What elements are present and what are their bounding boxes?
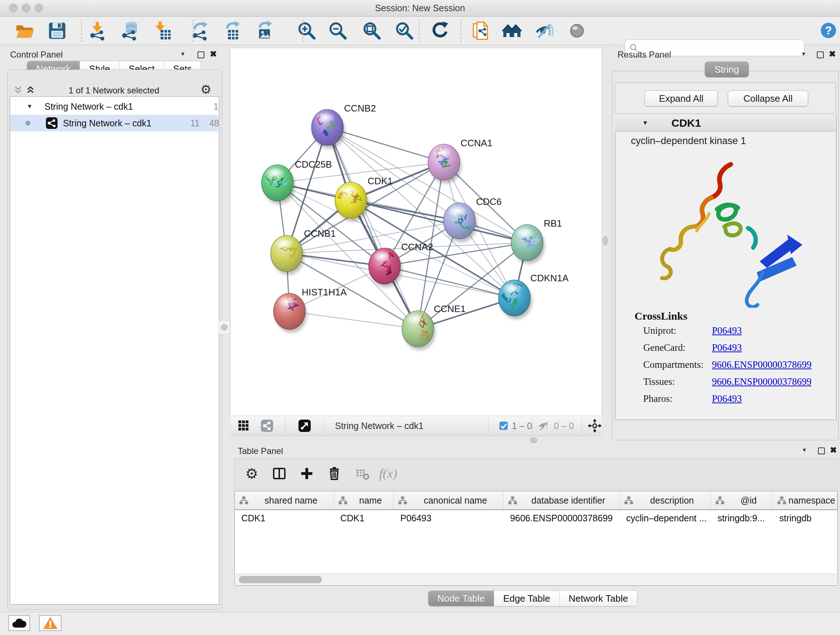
share-view-icon[interactable] — [260, 418, 274, 433]
column-header-namespace[interactable]: namespace — [773, 491, 837, 509]
network-node-CCNA1[interactable] — [428, 144, 462, 184]
table-cell[interactable]: CDK1 — [334, 510, 394, 526]
network-node-CCNB2[interactable] — [311, 109, 345, 149]
protein-card-header[interactable]: ▼ CDK1 — [615, 115, 836, 131]
delete-table-icon[interactable] — [355, 466, 370, 481]
refresh-icon[interactable] — [430, 21, 450, 41]
column-header-name[interactable]: name — [334, 491, 394, 509]
export-image-icon[interactable] — [254, 21, 274, 41]
table-panel-float-icon[interactable] — [818, 448, 825, 454]
network-node-CDC6[interactable] — [444, 203, 477, 242]
houses-icon[interactable] — [502, 21, 522, 41]
tab-network-table[interactable]: Network Table — [559, 591, 637, 606]
import-table-icon[interactable] — [152, 21, 172, 41]
control-panel-close-icon[interactable]: ✖ — [210, 50, 217, 58]
table-cell[interactable]: 9606.ENSP00000378699 — [504, 510, 620, 526]
network-node-CDK1[interactable] — [331, 182, 369, 222]
column-header-label: database identifier — [517, 495, 619, 506]
control-panel-collapse-icon[interactable]: ▼ — [180, 51, 186, 57]
protein-collapse-icon[interactable]: ▼ — [642, 115, 648, 131]
function-builder-icon[interactable]: f(x) — [379, 466, 397, 481]
results-panel-close-icon[interactable]: ✖ — [829, 50, 836, 58]
scrollbar-thumb[interactable] — [239, 576, 322, 583]
table-panel-close-icon[interactable]: ✖ — [830, 446, 837, 454]
add-column-icon[interactable] — [300, 466, 314, 481]
grid-view-icon[interactable] — [237, 418, 252, 433]
move-crosshair-icon[interactable] — [588, 419, 602, 432]
zoom-out-icon[interactable] — [328, 21, 348, 41]
import-network-icon[interactable] — [88, 21, 108, 41]
network-node-CDKN1A[interactable] — [499, 280, 532, 319]
show-columns-icon[interactable] — [272, 466, 286, 481]
network-node-CCNA2[interactable] — [369, 248, 402, 287]
table-panel-collapse-icon[interactable]: ▼ — [802, 447, 807, 453]
open-folder-icon[interactable] — [14, 21, 35, 41]
expand-all-button[interactable]: Expand All — [645, 90, 718, 106]
document-share-icon[interactable] — [471, 21, 491, 41]
expand-all-networks-icon[interactable] — [26, 86, 35, 94]
warning-status-button[interactable] — [39, 615, 62, 631]
zoom-in-icon[interactable] — [297, 21, 317, 41]
table-cell[interactable]: stringdb:9... — [711, 510, 773, 526]
zoom-selected-icon[interactable] — [394, 21, 415, 41]
crosslink-link[interactable]: 9606.ENSP00000378699 — [712, 359, 812, 371]
column-header-canonical-name[interactable]: canonical name — [393, 491, 504, 509]
control-panel-float-icon[interactable] — [197, 51, 204, 58]
collection-expand-icon[interactable]: ▼ — [27, 98, 33, 115]
cloud-status-button[interactable] — [8, 615, 30, 631]
network-node-CCNE1[interactable] — [402, 306, 436, 350]
node-table[interactable]: shared namenamecanonical namedatabase id… — [234, 491, 838, 586]
tab-string[interactable]: String — [705, 62, 749, 78]
column-header-@id[interactable]: @id — [711, 491, 773, 509]
table-cell[interactable]: cyclin–dependent ... — [620, 510, 711, 526]
bottom-splitter-handle[interactable] — [530, 437, 537, 443]
network-graph[interactable]: CCNB2CCNA1CDC25BCDK1CDC6RB1CCNB1CCNA2CDK… — [231, 48, 602, 416]
tab-edge-table[interactable]: Edge Table — [494, 591, 559, 606]
network-row-selected[interactable]: String Network – cdk1 11 48 — [10, 115, 218, 131]
selected-checkbox-icon[interactable] — [498, 420, 509, 431]
column-header-label: @id — [725, 495, 772, 506]
table-gear-icon[interactable]: ⚙ — [245, 466, 258, 481]
crosslink-link[interactable]: P06493 — [712, 325, 742, 336]
table-horizontal-scrollbar[interactable] — [235, 573, 837, 585]
table-cell[interactable]: P06493 — [393, 510, 504, 526]
zoom-fit-icon[interactable] — [362, 21, 382, 41]
help-icon[interactable]: ? — [819, 21, 837, 40]
results-panel-float-icon[interactable] — [817, 51, 824, 58]
network-edge[interactable] — [289, 311, 418, 329]
network-node-RB1[interactable] — [511, 225, 545, 264]
tab-node-table[interactable]: Node Table — [428, 591, 494, 606]
table-cell[interactable]: stringdb — [773, 510, 837, 526]
column-header-label: namespace — [786, 495, 837, 506]
right-splitter-handle[interactable] — [603, 236, 608, 245]
import-database-icon[interactable] — [119, 21, 140, 41]
column-header-description[interactable]: description — [620, 491, 711, 509]
eye-hidden-icon[interactable] — [534, 21, 554, 41]
collapse-all-networks-icon[interactable] — [14, 86, 22, 94]
eye-gray-icon[interactable] — [567, 21, 587, 41]
network-node-CCNB1[interactable] — [271, 235, 304, 275]
crosslink-link[interactable]: P06493 — [712, 393, 742, 404]
column-header-shared-name[interactable]: shared name — [235, 491, 334, 509]
network-canvas[interactable]: CCNB2CCNA1CDC25BCDK1CDC6RB1CCNB1CCNA2CDK… — [231, 48, 602, 416]
crosslink-label: Tissues: — [643, 376, 675, 387]
results-panel-collapse-icon[interactable]: ▼ — [801, 51, 806, 57]
birdseye-view-icon[interactable] — [297, 418, 312, 433]
network-edge[interactable] — [327, 127, 418, 329]
crosslink-link[interactable]: 9606.ENSP00000378699 — [712, 376, 812, 387]
network-node-CDC25B[interactable] — [262, 165, 295, 204]
current-network-name: String Network – cdk1 — [335, 416, 424, 435]
export-table-icon[interactable] — [222, 21, 242, 41]
column-header-label: shared name — [248, 495, 333, 506]
save-icon[interactable] — [47, 21, 67, 41]
crosslink-link[interactable]: P06493 — [712, 342, 742, 353]
network-options-gear-icon[interactable]: ⚙ — [201, 83, 211, 96]
column-header-database-identifier[interactable]: database identifier — [504, 491, 620, 509]
collapse-all-button[interactable]: Collapse All — [728, 90, 808, 106]
left-splitter-handle[interactable] — [218, 320, 230, 334]
table-row[interactable]: CDK1CDK1P064939606.ENSP00000378699cyclin… — [235, 510, 837, 526]
delete-column-icon[interactable] — [327, 466, 341, 481]
table-cell[interactable]: CDK1 — [235, 510, 334, 526]
network-collection-row[interactable]: ▼ String Network – cdk1 1 — [10, 98, 218, 115]
hidden-eye-icon[interactable] — [538, 420, 550, 432]
